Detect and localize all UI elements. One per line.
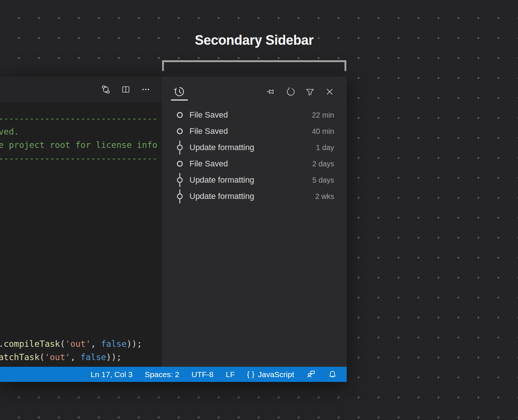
pin-icon	[266, 87, 276, 96]
status-item-label: Ln 17, Col 3	[91, 370, 132, 379]
timeline-item-timestamp: 22 min	[312, 111, 334, 119]
filter-button[interactable]	[305, 87, 315, 96]
background: { "overlay": { "title": "Secondary Sideb…	[0, 0, 518, 420]
braces-icon: { }	[247, 370, 255, 379]
license-comment-block: -------------------------------ved.e pro…	[0, 112, 157, 165]
git-commit-icon	[176, 139, 183, 156]
timeline-item-label: Update formatting	[189, 192, 254, 201]
timeline-item[interactable]: File Saved2 days	[162, 156, 347, 172]
bell-icon	[328, 370, 337, 379]
code-line: e project root for license info	[0, 138, 157, 152]
editor-content[interactable]: -------------------------------ved.e pro…	[0, 102, 162, 367]
timeline-view-tab[interactable]	[172, 81, 187, 102]
timeline-item[interactable]: File Saved22 min	[162, 107, 347, 123]
code-block: .compileTask('out', false));atchTask('ou…	[0, 337, 142, 364]
secondary-sidebar-panel: File Saved22 min File Saved40 min Update…	[162, 77, 347, 367]
refresh-button[interactable]	[286, 87, 295, 96]
split-editor-button[interactable]	[121, 85, 131, 94]
status-ln-17-col-3[interactable]: Ln 17, Col 3	[91, 370, 132, 379]
circle-icon	[176, 156, 183, 172]
timeline-item-timestamp: 2 wks	[315, 192, 334, 201]
refresh-icon	[286, 87, 295, 96]
git-commit-icon	[176, 172, 183, 188]
notifications-button[interactable]	[328, 370, 337, 379]
code-line: .compileTask('out', false));	[0, 337, 142, 350]
status-item-label: LF	[226, 370, 235, 379]
timeline-panel-header	[162, 77, 347, 107]
active-tab-indicator	[171, 99, 188, 101]
timeline-item-label: File Saved	[189, 159, 228, 169]
more-actions-button[interactable]	[141, 85, 151, 94]
git-commit-icon	[176, 188, 183, 204]
code-line: ved.	[0, 125, 157, 138]
filter-icon	[305, 87, 315, 96]
code-line: -------------------------------	[0, 152, 157, 165]
callout-bracket	[162, 60, 346, 71]
code-line: atchTask('out', false));	[0, 350, 142, 364]
timeline-item-label: Update formatting	[189, 175, 254, 185]
more-icon	[141, 85, 151, 94]
timeline-item-timestamp: 40 min	[312, 127, 334, 136]
circle-icon	[176, 107, 183, 123]
close-icon	[325, 87, 334, 96]
timeline-item[interactable]: Update formatting1 day	[162, 139, 347, 156]
status-javascript[interactable]: { }JavaScript	[247, 370, 294, 379]
timeline-item[interactable]: File Saved40 min	[162, 123, 347, 139]
status-item-label: JavaScript	[258, 370, 294, 379]
editor-title-bar	[0, 77, 162, 102]
compare-icon	[101, 85, 111, 94]
timeline-item-label: Update formatting	[189, 143, 254, 152]
status-utf-8[interactable]: UTF-8	[192, 370, 214, 379]
secondary-sidebar-callout-title: Secondary Sidebar	[162, 33, 346, 48]
pin-view-button[interactable]	[266, 87, 276, 96]
timeline-item[interactable]: Update formatting5 days	[162, 172, 347, 188]
timeline-item-label: File Saved	[189, 110, 228, 120]
timeline-item-timestamp: 2 days	[312, 160, 334, 168]
status-bar: Ln 17, Col 3Spaces: 2UTF-8LF{ }JavaScrip…	[0, 367, 347, 382]
vscode-window: -------------------------------ved.e pro…	[0, 77, 347, 382]
open-changes-button[interactable]	[101, 85, 111, 94]
workbench: -------------------------------ved.e pro…	[0, 77, 347, 367]
timeline-item-timestamp: 5 days	[312, 176, 334, 184]
editor-group: -------------------------------ved.e pro…	[0, 77, 162, 367]
code-line: -------------------------------	[0, 112, 157, 125]
timeline-item-label: File Saved	[189, 126, 228, 136]
status-lf[interactable]: LF	[226, 370, 235, 379]
status-item-label: UTF-8	[192, 370, 214, 379]
status-spaces-2[interactable]: Spaces: 2	[145, 370, 179, 379]
timeline-item-timestamp: 1 day	[316, 143, 334, 152]
feedback-button[interactable]	[306, 370, 316, 379]
split-icon	[121, 85, 131, 94]
close-panel-button[interactable]	[325, 87, 334, 96]
panel-action-buttons	[266, 87, 334, 96]
timeline-item[interactable]: Update formatting2 wks	[162, 188, 347, 204]
timeline-list: File Saved22 min File Saved40 min Update…	[162, 107, 347, 367]
status-item-label: Spaces: 2	[145, 370, 179, 379]
circle-icon	[176, 123, 183, 139]
feedback-icon	[306, 370, 316, 379]
